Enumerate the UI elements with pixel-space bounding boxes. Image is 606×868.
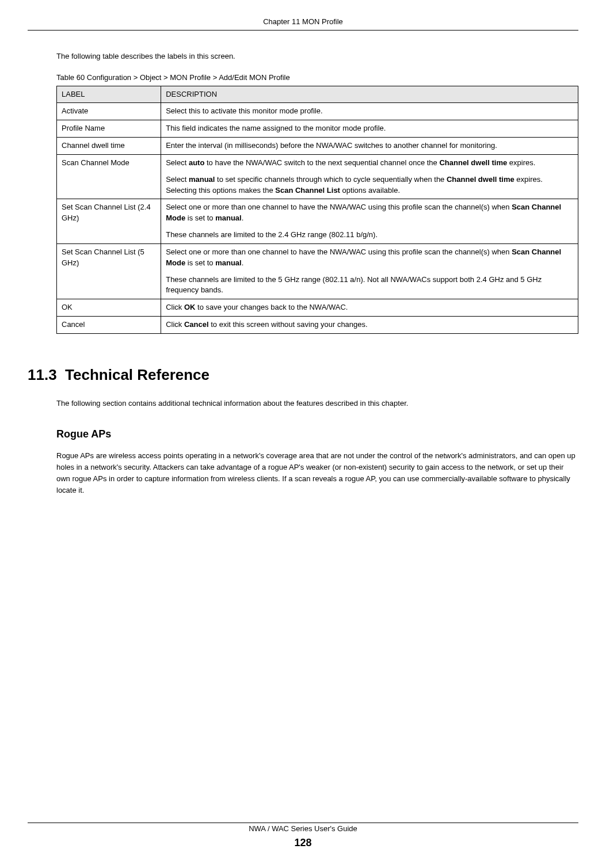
desc-paragraph: Enter the interval (in milliseconds) bef… (166, 140, 573, 151)
cell-description: Select this to activate this monitor mod… (161, 103, 578, 120)
page-header: Chapter 11 MON Profile (0, 0, 606, 28)
cell-label: Scan Channel Mode (57, 154, 161, 199)
desc-paragraph: Select one or more than one channel to h… (166, 202, 573, 224)
table-row: Set Scan Channel List (5 GHz)Select one … (57, 243, 578, 299)
table-row: Profile NameThis field indicates the nam… (57, 120, 578, 138)
desc-paragraph: These channels are limited to the 2.4 GH… (166, 230, 573, 241)
cell-label: Channel dwell time (57, 138, 161, 155)
cell-label: Set Scan Channel List (5 GHz) (57, 243, 161, 299)
section-intro: The following section contains additiona… (56, 398, 578, 409)
cell-description: Click Cancel to exit this screen without… (161, 317, 578, 334)
cell-description: Enter the interval (in milliseconds) bef… (161, 138, 578, 155)
intro-text: The following table describes the labels… (56, 51, 578, 62)
cell-description: Select one or more than one channel to h… (161, 243, 578, 299)
chapter-title: Chapter 11 MON Profile (263, 17, 343, 26)
desc-paragraph: These channels are limited to the 5 GHz … (166, 275, 573, 296)
table-row: Set Scan Channel List (2.4 GHz)Select on… (57, 199, 578, 244)
cell-label: OK (57, 299, 161, 317)
table-row: CancelClick Cancel to exit this screen w… (57, 317, 578, 334)
desc-paragraph: Click Cancel to exit this screen without… (166, 319, 573, 330)
cell-label: Cancel (57, 317, 161, 334)
table-row: ActivateSelect this to activate this mon… (57, 103, 578, 120)
table-caption: Table 60 Configuration > Object > MON Pr… (56, 72, 578, 83)
cell-description: Select auto to have the NWA/WAC switch t… (161, 154, 578, 199)
section-title: Technical Reference (65, 366, 209, 383)
cell-label: Activate (57, 103, 161, 120)
desc-paragraph: Select one or more than one channel to h… (166, 247, 573, 269)
subsection-heading: Rogue APs (56, 427, 578, 442)
desc-paragraph: This field indicates the name assigned t… (166, 123, 573, 134)
section-number: 11.3 (28, 366, 57, 383)
cell-description: Select one or more than one channel to h… (161, 199, 578, 244)
cell-description: This field indicates the name assigned t… (161, 120, 578, 138)
cell-label: Profile Name (57, 120, 161, 138)
page-footer: NWA / WAC Series User's Guide 128 (0, 823, 606, 851)
desc-paragraph: Select auto to have the NWA/WAC switch t… (166, 158, 573, 169)
table-row: Scan Channel ModeSelect auto to have the… (57, 154, 578, 199)
section-heading: 11.3 Technical Reference (28, 364, 578, 386)
col-header-description: DESCRIPTION (161, 86, 578, 103)
desc-paragraph: Select manual to set specific channels t… (166, 174, 573, 196)
page-content: The following table describes the labels… (0, 31, 606, 497)
desc-paragraph: Select this to activate this monitor mod… (166, 106, 573, 117)
table-header-row: LABEL DESCRIPTION (57, 86, 578, 103)
table-row: Channel dwell timeEnter the interval (in… (57, 138, 578, 155)
table-section: The following table describes the labels… (56, 51, 578, 334)
config-table: LABEL DESCRIPTION ActivateSelect this to… (56, 86, 578, 334)
cell-description: Click OK to save your changes back to th… (161, 299, 578, 317)
table-row: OKClick OK to save your changes back to … (57, 299, 578, 317)
subsection-text: Rogue APs are wireless access points ope… (56, 450, 578, 497)
section-body: The following section contains additiona… (56, 398, 578, 496)
footer-page-number: 128 (0, 835, 606, 851)
desc-paragraph: Click OK to save your changes back to th… (166, 302, 573, 313)
footer-guide-title: NWA / WAC Series User's Guide (0, 823, 606, 835)
cell-label: Set Scan Channel List (2.4 GHz) (57, 199, 161, 244)
col-header-label: LABEL (57, 86, 161, 103)
